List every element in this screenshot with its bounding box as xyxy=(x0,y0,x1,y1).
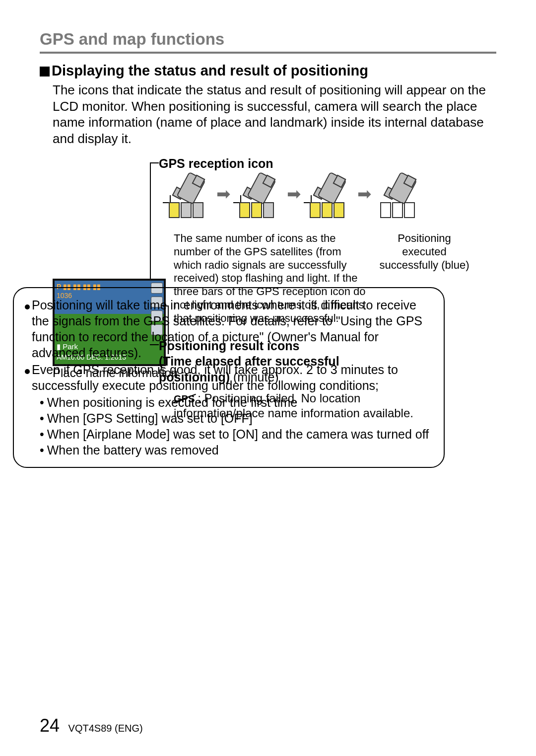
success-description: Positioning executed successfully (blue) xyxy=(377,232,471,272)
page-footer: 24 VQT4S89 (ENG) xyxy=(40,715,143,736)
satellite-icon xyxy=(239,174,278,213)
bullet-icon xyxy=(25,297,32,361)
note-subitem: •When [GPS Setting] was set to [OFF] xyxy=(40,410,433,426)
note-text: Positioning will take time in environmen… xyxy=(32,297,433,361)
page-number: 24 xyxy=(40,715,60,736)
intro-paragraph: The icons that indicate the status and r… xyxy=(53,82,496,147)
square-bullet-icon xyxy=(40,67,50,76)
section-heading-text: Displaying the status and result of posi… xyxy=(52,63,368,78)
note-subitem: •When positioning is executed for the fi… xyxy=(40,394,433,410)
note-subitem: •When [Airplane Mode] was set to [ON] an… xyxy=(40,426,433,442)
gps-reception-icon-label: GPS reception icon xyxy=(159,156,273,171)
satellite-icon xyxy=(310,174,348,213)
satellite-icon xyxy=(380,174,419,213)
note-text: Even if GPS reception is good, it will t… xyxy=(32,362,433,393)
gps-icon-sequence: ➡ ➡ ➡ xyxy=(169,174,419,213)
arrow-icon: ➡ xyxy=(287,184,301,204)
section-heading: Displaying the status and result of posi… xyxy=(40,63,496,79)
arrow-icon: ➡ xyxy=(357,184,371,204)
notes-box: Positioning will take time in environmen… xyxy=(13,287,445,468)
page-title: GPS and map functions xyxy=(40,30,496,54)
note-subitem: •When the battery was removed xyxy=(40,442,433,458)
doc-code: VQT4S89 (ENG) xyxy=(68,723,143,734)
satellite-icon xyxy=(169,174,207,213)
bullet-icon xyxy=(25,362,32,393)
arrow-icon: ➡ xyxy=(216,184,230,204)
